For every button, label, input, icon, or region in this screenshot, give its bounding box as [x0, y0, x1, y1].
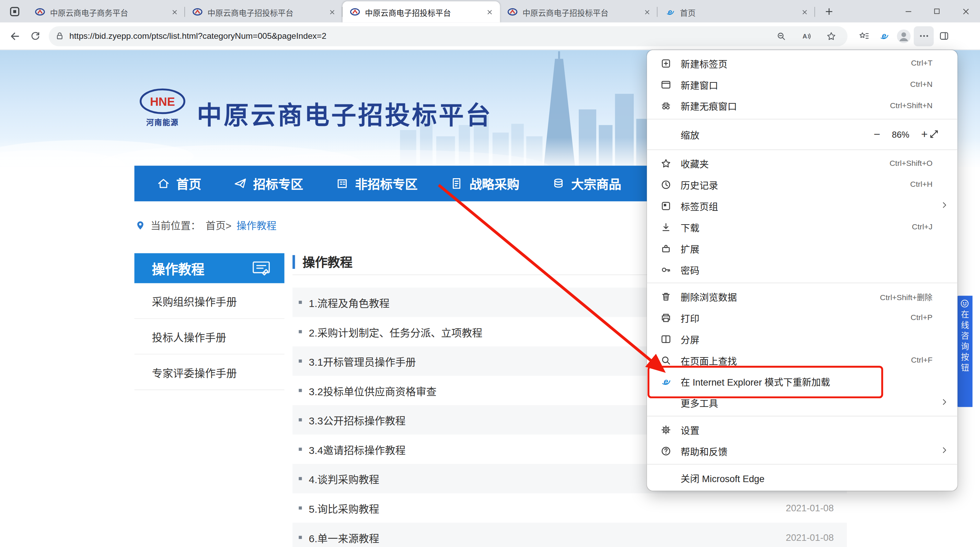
menu-item-close-edge[interactable]: 关闭 Microsoft Edge [647, 467, 958, 488]
menu-item-clear-browsing-data[interactable]: 删除浏览数据 Ctrl+Shift+删除 [647, 286, 958, 307]
site-info-lock-icon[interactable] [55, 31, 64, 40]
zoom-level: 86% [885, 129, 916, 139]
menu-label: 新建窗口 [681, 78, 910, 91]
tab-close-icon[interactable] [484, 6, 495, 18]
title-accent-bar [293, 255, 295, 268]
nav-item-strategic-procurement[interactable]: 战略采购 [434, 166, 536, 202]
nav-item-bidding-zone[interactable]: 招标专区 [218, 166, 320, 202]
menu-item-more-tools[interactable]: 更多工具 [647, 392, 958, 413]
nav-label: 首页 [176, 174, 201, 193]
menu-label: 标签页组 [681, 199, 932, 212]
sidebar-item-label: 采购组织操作手册 [152, 293, 237, 309]
sidebar-header[interactable]: 操作教程 [134, 253, 284, 283]
sidebar-item-label: 投标人操作手册 [152, 329, 226, 344]
building-icon [336, 177, 349, 190]
fullscreen-icon[interactable] [929, 129, 941, 139]
doc-list-row[interactable]: 6.单一来源教程2021-01-08 [293, 523, 847, 547]
menu-shortcut: Ctrl+F [911, 356, 932, 364]
doc-list-row[interactable]: 5.询比采购教程2021-01-08 [293, 493, 847, 523]
refresh-icon[interactable] [25, 26, 45, 46]
minimize-icon[interactable] [894, 0, 923, 23]
menu-label: 打印 [681, 311, 911, 324]
add-favorite-star-icon[interactable] [821, 26, 841, 46]
menu-item-passwords[interactable]: 密码 [647, 259, 958, 280]
menu-label: 密码 [681, 263, 932, 276]
tab-4[interactable]: 中原云商电子招投标平台 [500, 2, 658, 23]
menu-label: 分屏 [681, 332, 932, 345]
menu-item-history[interactable]: 历史记录 Ctrl+H [647, 174, 958, 195]
menu-item-new-tab[interactable]: 新建标签页 Ctrl+T [647, 53, 958, 74]
nav-item-non-bidding-zone[interactable]: 非招标专区 [319, 166, 434, 202]
profile-avatar[interactable] [894, 26, 914, 46]
menu-item-inprivate[interactable]: 新建无痕窗口 Ctrl+Shift+N [647, 95, 958, 116]
tab-1[interactable]: 中原云商电子商务平台 [27, 2, 185, 23]
close-icon[interactable] [951, 0, 980, 23]
find-icon [661, 355, 673, 365]
new-tab-plus-icon[interactable] [820, 2, 838, 20]
tab-close-icon[interactable] [641, 6, 652, 18]
history-icon [661, 179, 673, 190]
favorites-hub-icon[interactable] [854, 26, 873, 46]
help-icon [661, 445, 673, 456]
nav-item-bulk-commodity[interactable]: 大宗商品 [536, 166, 638, 202]
nav-label: 大宗商品 [571, 174, 621, 193]
sidebar-item-purchase-org-manual[interactable]: 采购组织操作手册 [134, 283, 284, 319]
chevron-right-icon [940, 201, 948, 209]
menu-item-tab-groups[interactable]: 标签页组 [647, 195, 958, 216]
menu-label: 帮助和反馈 [681, 444, 932, 458]
tab-title: 中原云商电子商务平台 [50, 6, 164, 18]
sidebar-item-expert-manual[interactable]: 专家评委操作手册 [134, 354, 284, 390]
bullet-icon [299, 507, 302, 510]
menu-item-reload-in-ie-mode[interactable]: e 在 Internet Explorer 模式下重新加载 [647, 371, 958, 392]
zoom-out-indicator-icon[interactable] [771, 26, 791, 46]
menu-divider [647, 464, 958, 465]
menu-item-print[interactable]: 打印 Ctrl+P [647, 307, 958, 328]
menu-divider [647, 119, 958, 120]
menu-item-find-on-page[interactable]: 在页面上查找 Ctrl+F [647, 349, 958, 371]
doc-link[interactable]: 6.单一来源教程 [309, 530, 786, 545]
split-screen-icon [661, 333, 673, 344]
menu-item-split-screen[interactable]: 分屏 [647, 328, 958, 349]
more-menu-icon[interactable] [914, 26, 934, 46]
address-bar[interactable]: https://bid.zyepp.com/ptsc/list.html?cat… [49, 26, 848, 46]
back-icon[interactable] [5, 26, 25, 46]
menu-shortcut: Ctrl+P [911, 313, 932, 322]
site-favicon [192, 7, 202, 17]
menu-item-favorites[interactable]: 收藏夹 Ctrl+Shift+O [647, 153, 958, 174]
extensions-icon [661, 243, 673, 254]
bullet-icon [299, 536, 302, 539]
ie-icon: e [661, 376, 673, 387]
tab-actions-menu-icon[interactable] [5, 2, 24, 20]
inprivate-icon [661, 100, 673, 111]
svg-text:HNE: HNE [150, 95, 175, 108]
chevron-right-icon [940, 398, 948, 406]
menu-shortcut: Ctrl+T [911, 59, 932, 67]
zoom-out-button[interactable]: − [869, 126, 885, 142]
menu-item-settings[interactable]: 设置 [647, 419, 958, 440]
menu-item-new-window[interactable]: 新建窗口 Ctrl+N [647, 74, 958, 95]
menu-item-extensions[interactable]: 扩展 [647, 238, 958, 259]
maximize-icon[interactable] [923, 0, 951, 23]
doc-link[interactable]: 5.询比采购教程 [309, 501, 786, 516]
sidebar-item-bidder-manual[interactable]: 投标人操作手册 [134, 319, 284, 355]
url-text[interactable]: https://bid.zyepp.com/ptsc/list.html?cat… [69, 31, 766, 40]
breadcrumb-home-link[interactable]: 首页> [205, 218, 231, 233]
menu-item-downloads[interactable]: 下载 Ctrl+J [647, 216, 958, 238]
company-name: 河南能源 [139, 116, 186, 127]
tab-5[interactable]: e 首页 [657, 2, 815, 23]
menu-item-help-feedback[interactable]: 帮助和反馈 [647, 440, 958, 461]
read-aloud-icon[interactable]: A [796, 26, 816, 46]
sidebar-panel-icon[interactable] [934, 26, 954, 46]
tab-3-active[interactable]: 中原云商电子招投标平台 [342, 2, 500, 23]
nav-item-home[interactable]: 首页 [141, 166, 218, 202]
tab-close-icon[interactable] [169, 6, 180, 18]
sidebar: 操作教程 采购组织操作手册 投标人操作手册 专家评委操作手册 [134, 253, 284, 390]
doc-date: 2021-01-08 [786, 532, 834, 543]
tab-close-icon[interactable] [799, 6, 810, 18]
download-icon [661, 222, 673, 232]
tab-close-icon[interactable] [326, 6, 337, 18]
menu-label: 在 Internet Explorer 模式下重新加载 [681, 375, 932, 388]
tab-2[interactable]: 中原云商电子招投标平台 [185, 2, 342, 23]
ie-mode-icon[interactable]: e [873, 26, 894, 46]
online-consult-button[interactable]: 在线咨询按钮 [956, 296, 972, 407]
